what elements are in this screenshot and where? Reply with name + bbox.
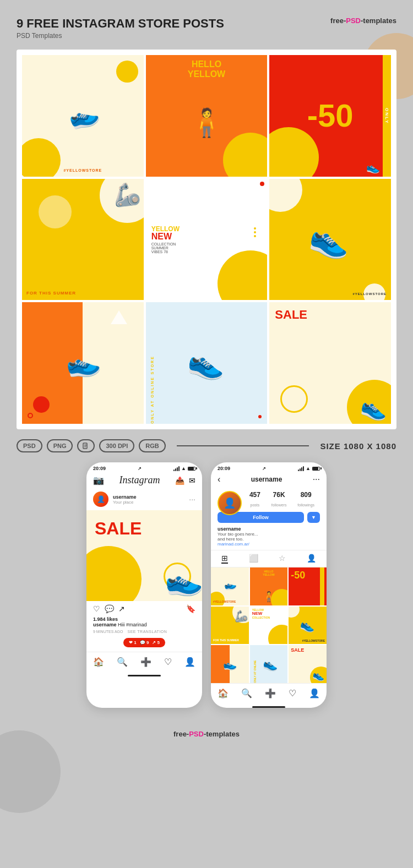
phone1-see-translation[interactable]: SEE TRANSLATION	[127, 630, 167, 634]
stat-followings-label: followings	[297, 503, 314, 507]
tab-reels[interactable]: ⬜	[249, 554, 258, 564]
phone1-nav-heart[interactable]: ♡	[164, 657, 172, 667]
phone2-nav-add[interactable]: ➕	[265, 688, 276, 698]
tab-tagged[interactable]: ☆	[279, 554, 286, 564]
phone2-direction: ↗	[262, 466, 266, 471]
post8-shoe-icon: 👟	[186, 343, 227, 383]
stat-followers: 76K followers	[271, 491, 287, 509]
phone2-nav-heart[interactable]: ♡	[289, 688, 296, 698]
phone1-like-icon[interactable]: ♡	[93, 604, 100, 613]
tab-contact[interactable]: 👤	[307, 554, 316, 564]
post3-shoe-icon: 👟	[366, 161, 380, 174]
phone1-caption-user: username	[93, 622, 117, 627]
post1-shoe-icon: 👟	[63, 96, 102, 135]
phone1-direction: ↗	[138, 466, 142, 471]
post4-circle2	[39, 195, 72, 228]
phone1-profile-row: 👤 username Your place ···	[86, 488, 202, 510]
p2-circle1	[211, 592, 225, 605]
p2-tag1: #YELLOWSTORE	[213, 600, 236, 603]
phone1-share-icon[interactable]: ↗	[118, 604, 125, 613]
notif-comments: 💬 9	[140, 640, 149, 645]
phone1-bookmark-icon[interactable]: 🔖	[186, 604, 195, 613]
phone1-nav-add[interactable]: ➕	[140, 657, 151, 667]
phone1-username[interactable]: username	[113, 494, 137, 500]
post-cell-7: 👟	[22, 302, 144, 424]
brand-logo: free-PSD-templates	[330, 17, 396, 25]
badge-png: PNG	[47, 439, 73, 452]
stat-followings-num: 809	[297, 491, 314, 499]
stat-followers-num: 76K	[271, 491, 287, 499]
post2-title: HELLOYELLOW	[146, 59, 268, 79]
phone1-send-icon[interactable]: 📤	[175, 476, 184, 485]
bio-line1: Your bio goes here...	[218, 532, 320, 537]
p2-person2: 🧍	[263, 591, 275, 603]
post6-shoe-icon: 👟	[307, 217, 354, 263]
phone2-back-btn[interactable]: ‹	[218, 474, 220, 484]
post4-for: FOR	[26, 291, 39, 296]
p2-grid-cell-2: HELLOYELLOW 🧍	[250, 567, 288, 605]
phone1-nav-profile[interactable]: 👤	[184, 657, 195, 667]
page-title: 9 FREE INSTAGRAM STORE POSTS	[17, 17, 224, 31]
p2-shoe9: 👟	[312, 668, 325, 682]
phone2-content-tabs: ⊞ ⬜ ☆ 👤	[211, 550, 327, 567]
phone2-photo-grid: 👟 #YELLOWSTORE HELLOYELLOW 🧍 -50	[211, 567, 327, 683]
phone1-post-image: SALE 👟	[86, 510, 202, 601]
phone2-nav-search[interactable]: 🔍	[241, 688, 252, 698]
post-cell-4: 🦾 FOR THIS SUMMER	[22, 179, 144, 301]
phone1-action-bar: ♡ 💬 ↗ 🔖	[86, 601, 202, 616]
phone1-caption: username Hiii #marinad	[86, 622, 202, 630]
p2-label8: ONLY AT ONLINE	[253, 645, 257, 683]
phone1-caption-text: Hiii #marinad	[118, 622, 147, 627]
post4-summer: SUMMER	[53, 291, 77, 296]
p2-grid-cell-6: 👟 #YELLOWSTORE	[289, 607, 327, 645]
bio-name: username	[218, 526, 320, 532]
tab-grid[interactable]: ⊞	[221, 554, 228, 564]
phone1-time: 20:09	[93, 466, 106, 471]
post4-arm-icon: 🦾	[112, 181, 142, 209]
bio-link[interactable]: marinad.com.ar/	[218, 542, 320, 547]
page-subtitle: PSD Templates	[17, 32, 224, 40]
phone1-time-ago: 9 MINUTES AGO	[93, 630, 123, 634]
stat-posts-label: posts	[251, 503, 260, 507]
phone2-battery-icon	[312, 467, 320, 471]
post6-circle1	[269, 179, 302, 212]
phone2-nav-profile[interactable]: 👤	[309, 688, 320, 698]
post-cell-8: ONLY AT ONLINE STORE 👟	[146, 302, 268, 424]
phone2-more-btn[interactable]: ···	[313, 474, 320, 484]
phone2-home-indicator	[252, 706, 285, 708]
phone1-place: Your place	[113, 500, 137, 505]
phone2-status-bar: 20:09 ↗ ▲	[211, 462, 327, 472]
phone1-nav-search[interactable]: 🔍	[117, 657, 128, 667]
phone2-status-icons: ▲	[298, 466, 320, 471]
p2-circle5	[268, 625, 287, 644]
notif-hearts: ❤ 1	[129, 640, 137, 645]
phone1-nav-home[interactable]: 🏠	[93, 657, 104, 667]
p2-circle6	[289, 607, 300, 618]
phone1-bottom-nav: 🏠 🔍 ➕ ♡ 👤	[86, 652, 202, 673]
phone1-post-circle1	[86, 546, 142, 601]
p2-grid-cell-5: YELLOWNEWCOLLECTION	[250, 607, 288, 645]
phone1-direct-icon[interactable]: ✉	[189, 476, 195, 485]
post4-this: THIS	[39, 291, 53, 296]
format-badges: PSD PNG 300 DPI RGB	[17, 439, 166, 452]
phones-section: 20:09 ↗ ▲	[17, 462, 396, 708]
phone1-more-dots[interactable]: ···	[189, 495, 195, 504]
post7-red-circle	[33, 396, 50, 413]
phone-mockup-feed: 20:09 ↗ ▲	[86, 462, 202, 708]
phone2-signal-bars	[298, 466, 304, 471]
post9-circle2	[280, 385, 308, 413]
phone1-camera-icon[interactable]: 📷	[93, 475, 104, 485]
p2-grid-cell-4: 🦾 FOR THIS SUMMER	[211, 607, 249, 645]
p2-arm4: 🦾	[233, 609, 248, 623]
phone2-time: 20:09	[218, 466, 230, 471]
stat-followings: 809 followings	[297, 491, 314, 509]
p2-grid-cell-3: -50	[289, 567, 327, 605]
wifi-icon: ▲	[181, 466, 186, 471]
phone2-nav-home[interactable]: 🏠	[218, 688, 229, 698]
post6-circle2	[363, 283, 385, 300]
phone1-comment-icon[interactable]: 💬	[105, 604, 114, 613]
follow-dropdown-btn[interactable]: ▼	[307, 512, 320, 523]
p2-hello-yellow: HELLOYELLOW	[250, 570, 288, 576]
file-icon	[83, 443, 89, 449]
p2-grid-cell-1: 👟 #YELLOWSTORE	[211, 567, 249, 605]
